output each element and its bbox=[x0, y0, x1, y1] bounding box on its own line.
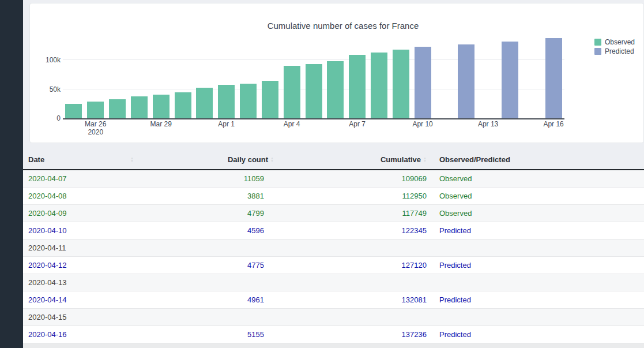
column-header-date[interactable]: Date ▲▼ bbox=[23, 146, 138, 169]
column-label-date: Date bbox=[28, 155, 44, 164]
legend-swatch-predicted bbox=[594, 48, 601, 55]
cell-observed-predicted: Observed bbox=[430, 174, 644, 183]
chart-title: Cumulative number of cases for France bbox=[268, 21, 419, 31]
table-row-partial bbox=[23, 343, 644, 348]
cell-daily-count: 4596 bbox=[138, 226, 277, 235]
table-row-2020-04-10: 2020-04-104596122345Predicted bbox=[23, 222, 644, 240]
bar-predicted-2020-04-12[interactable] bbox=[458, 44, 474, 118]
bar-observed-2020-04-05[interactable] bbox=[306, 64, 322, 118]
table-row-2020-04-14: 2020-04-144961132081Predicted bbox=[23, 291, 644, 309]
sort-icon[interactable]: ▲▼ bbox=[270, 157, 274, 163]
legend-label-predicted: Predicted bbox=[605, 47, 634, 55]
bar-observed-2020-03-25[interactable] bbox=[65, 104, 82, 118]
cell-daily-count: 5155 bbox=[138, 330, 277, 339]
chart-card: Cumulative number of cases for France 05… bbox=[29, 3, 644, 143]
table-row-2020-04-16: 2020-04-165155137236Predicted bbox=[23, 326, 644, 343]
bar-predicted-2020-04-14[interactable] bbox=[502, 42, 518, 118]
cell-date: 2020-04-07 bbox=[23, 174, 138, 183]
cell-date: 2020-04-11 bbox=[23, 244, 138, 252]
bar-observed-2020-04-07[interactable] bbox=[349, 55, 366, 118]
column-label-cumulative: Cumulative bbox=[381, 155, 421, 164]
table-row-2020-04-12: 2020-04-124775127120Predicted bbox=[23, 257, 644, 274]
sort-icon[interactable]: ▲▼ bbox=[423, 157, 427, 163]
cell-date: 2020-04-10 bbox=[23, 226, 138, 235]
legend-label-observed: Observed bbox=[605, 38, 635, 46]
cell-daily-count: 4961 bbox=[138, 295, 277, 304]
bar-observed-2020-03-31[interactable] bbox=[196, 88, 213, 118]
cell-observed-predicted: Predicted bbox=[430, 261, 644, 270]
cell-cumulative: 117749 bbox=[277, 209, 430, 218]
bar-observed-2020-03-30[interactable] bbox=[175, 92, 191, 118]
cell-cumulative: 122345 bbox=[277, 226, 430, 235]
chart-legend: ObservedPredicted bbox=[594, 38, 635, 56]
cell-daily-count: 3881 bbox=[138, 192, 277, 200]
table-header: Date ▲▼ Daily count ▲▼ Cumulative ▲▼ Obs… bbox=[23, 146, 644, 170]
column-header-daily-count[interactable]: Daily count ▲▼ bbox=[138, 146, 277, 169]
x-tick-label-apr-1: Apr 1 bbox=[204, 120, 250, 128]
x-tick-label-apr-7: Apr 7 bbox=[334, 120, 381, 128]
cell-cumulative: 132081 bbox=[277, 295, 430, 304]
table-row-2020-04-09: 2020-04-094799117749Observed bbox=[23, 205, 644, 222]
table-row-2020-04-08: 2020-04-083881112950Observed bbox=[23, 188, 644, 205]
cell-observed-predicted: Predicted bbox=[430, 330, 644, 339]
cell-cumulative: 137236 bbox=[277, 330, 430, 339]
column-label-daily-count: Daily count bbox=[228, 155, 268, 164]
cell-observed-predicted: Predicted bbox=[430, 226, 644, 235]
x-tick-label-apr-10: Apr 10 bbox=[400, 120, 446, 128]
bar-observed-2020-03-26[interactable] bbox=[87, 102, 104, 118]
gridline-100k bbox=[63, 59, 564, 60]
x-tick-label-apr-13: Apr 13 bbox=[465, 120, 511, 128]
bar-observed-2020-03-29[interactable] bbox=[153, 95, 170, 118]
cell-observed-predicted: Observed bbox=[430, 209, 644, 218]
cell-date: 2020-04-13 bbox=[23, 278, 138, 287]
data-table: Date ▲▼ Daily count ▲▼ Cumulative ▲▼ Obs… bbox=[23, 146, 644, 343]
column-header-cumulative[interactable]: Cumulative ▲▼ bbox=[277, 146, 430, 169]
table-row-2020-04-15: 2020-04-15 bbox=[23, 309, 644, 326]
bar-observed-2020-04-06[interactable] bbox=[327, 61, 344, 118]
cell-date: 2020-04-12 bbox=[23, 261, 138, 270]
y-tick-label-0: 0 bbox=[30, 114, 61, 122]
x-axis-line bbox=[63, 118, 564, 119]
bar-observed-2020-04-04[interactable] bbox=[284, 66, 300, 118]
column-label-observed-predicted: Observed/Predicted bbox=[439, 155, 510, 164]
x-tick-label-mar-26: Mar 262020 bbox=[73, 120, 119, 136]
x-tick-sublabel: 2020 bbox=[73, 128, 119, 136]
bar-observed-2020-04-09[interactable] bbox=[393, 50, 409, 118]
table-row-2020-04-11: 2020-04-11 bbox=[23, 240, 644, 257]
y-tick-label-100k: 100k bbox=[30, 56, 61, 64]
x-tick-label-apr-16: Apr 16 bbox=[530, 120, 577, 128]
bar-observed-2020-03-27[interactable] bbox=[109, 99, 126, 118]
cell-observed-predicted: Observed bbox=[430, 192, 644, 200]
bar-observed-2020-03-28[interactable] bbox=[131, 96, 148, 118]
bar-observed-2020-04-01[interactable] bbox=[218, 85, 235, 118]
cell-date: 2020-04-14 bbox=[23, 295, 138, 304]
bar-predicted-2020-04-16[interactable] bbox=[545, 38, 562, 118]
column-header-observed-predicted: Observed/Predicted bbox=[430, 146, 644, 169]
bar-observed-2020-04-08[interactable] bbox=[371, 53, 387, 118]
sort-icon[interactable]: ▲▼ bbox=[130, 157, 134, 163]
sidebar bbox=[0, 0, 23, 348]
table-body: 2020-04-0711059109069Observed2020-04-083… bbox=[23, 170, 644, 343]
bar-predicted-2020-04-10[interactable] bbox=[415, 47, 431, 118]
chart-plot-area bbox=[63, 35, 564, 118]
table-row-2020-04-07: 2020-04-0711059109069Observed bbox=[23, 170, 644, 188]
cell-daily-count: 4799 bbox=[138, 209, 277, 218]
cell-date: 2020-04-08 bbox=[23, 192, 138, 200]
cell-cumulative: 127120 bbox=[277, 261, 430, 270]
cell-date: 2020-04-15 bbox=[23, 313, 138, 321]
legend-swatch-observed bbox=[594, 39, 601, 46]
x-tick-label-mar-29: Mar 29 bbox=[138, 120, 184, 128]
bar-observed-2020-04-02[interactable] bbox=[240, 84, 257, 118]
table-row-2020-04-13: 2020-04-13 bbox=[23, 274, 644, 291]
cell-date: 2020-04-09 bbox=[23, 209, 138, 218]
cell-cumulative: 112950 bbox=[277, 192, 430, 200]
cell-observed-predicted: Predicted bbox=[430, 295, 644, 304]
cell-daily-count: 11059 bbox=[138, 174, 277, 183]
legend-item-predicted[interactable]: Predicted bbox=[594, 47, 635, 56]
legend-item-observed[interactable]: Observed bbox=[594, 38, 635, 47]
x-tick-label-apr-4: Apr 4 bbox=[269, 120, 315, 128]
cell-cumulative: 109069 bbox=[277, 174, 430, 183]
cell-daily-count: 4775 bbox=[138, 261, 277, 270]
bar-observed-2020-04-03[interactable] bbox=[262, 81, 278, 118]
cell-date: 2020-04-16 bbox=[23, 330, 138, 339]
